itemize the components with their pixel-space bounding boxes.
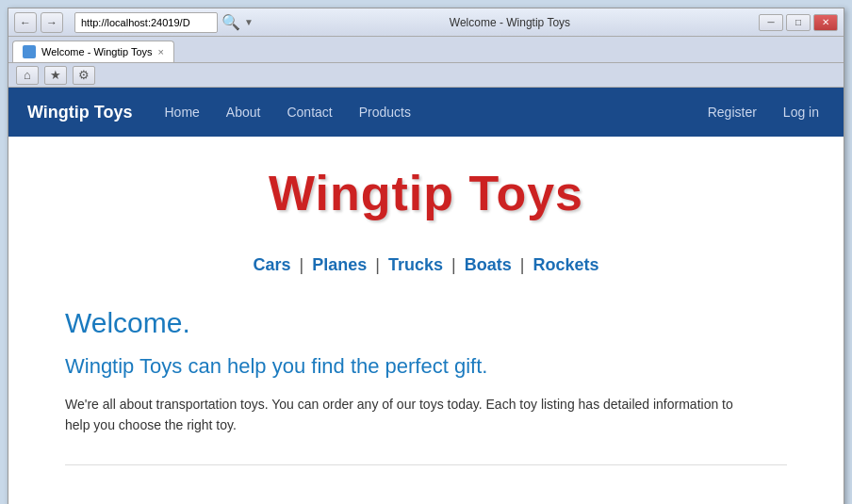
page-content: Wingtip Toys Home About Contact Products… [8, 88, 844, 504]
separator-4: | [520, 255, 525, 274]
category-boats[interactable]: Boats [465, 255, 512, 274]
tab-bar: Welcome - Wingtip Toys × [8, 37, 844, 63]
nav-login[interactable]: Log in [770, 88, 832, 137]
nav-products[interactable]: Products [346, 88, 424, 137]
tagline: Wingtip Toys can help you find the perfe… [65, 354, 787, 379]
settings-toolbar-button[interactable]: ⚙ [73, 66, 95, 85]
navbar: Wingtip Toys Home About Contact Products… [8, 88, 844, 137]
browser-window: ← → 🔍 ▼ Welcome - Wingtip Toys ─ □ ✕ Wel… [8, 8, 844, 504]
category-cars[interactable]: Cars [253, 255, 290, 274]
nav-about[interactable]: About [213, 88, 274, 137]
nav-contact[interactable]: Contact [273, 88, 345, 137]
browser-toolbar: ⌂ ★ ⚙ [8, 63, 844, 88]
tab-label: Welcome - Wingtip Toys [41, 46, 153, 57]
address-bar: 🔍 ▼ [74, 12, 254, 33]
address-input[interactable] [74, 12, 218, 33]
separator-3: | [451, 255, 456, 274]
close-button[interactable]: ✕ [813, 14, 838, 31]
welcome-heading: Welcome. [65, 307, 787, 339]
minimize-button[interactable]: ─ [759, 14, 783, 31]
active-tab[interactable]: Welcome - Wingtip Toys × [12, 41, 174, 62]
category-planes[interactable]: Planes [312, 255, 367, 274]
category-trucks[interactable]: Trucks [388, 255, 443, 274]
main-content: Welcome. Wingtip Toys can help you find … [8, 298, 844, 504]
hero-title: Wingtip Toys [27, 165, 825, 221]
favorites-toolbar-button[interactable]: ★ [44, 66, 67, 85]
description: We're all about transportation toys. You… [65, 394, 744, 436]
home-toolbar-button[interactable]: ⌂ [16, 66, 39, 85]
title-bar: ← → 🔍 ▼ Welcome - Wingtip Toys ─ □ ✕ [8, 8, 844, 37]
footer-divider [65, 464, 787, 465]
tab-close-button[interactable]: × [158, 46, 164, 57]
hero-section: Wingtip Toys [8, 137, 844, 240]
search-icon: 🔍 [221, 13, 240, 31]
separator-2: | [375, 255, 380, 274]
navbar-brand[interactable]: Wingtip Toys [8, 103, 152, 122]
window-title: Welcome - Wingtip Toys [261, 16, 759, 29]
category-rockets[interactable]: Rockets [532, 255, 598, 274]
forward-button[interactable]: → [41, 12, 63, 33]
navbar-right: Register Log in [695, 88, 844, 137]
tab-favicon [23, 45, 36, 58]
nav-home[interactable]: Home [152, 88, 213, 137]
title-bar-left: ← → 🔍 ▼ [14, 12, 261, 33]
category-links: Cars | Planes | Trucks | Boats | Rockets [8, 240, 844, 298]
window-controls: ─ □ ✕ [759, 14, 838, 31]
dropdown-icon: ▼ [244, 17, 254, 27]
separator-1: | [300, 255, 304, 274]
back-button[interactable]: ← [14, 12, 37, 33]
nav-register[interactable]: Register [695, 88, 770, 137]
navbar-links: Home About Contact Products [152, 88, 695, 137]
maximize-button[interactable]: □ [786, 14, 811, 31]
